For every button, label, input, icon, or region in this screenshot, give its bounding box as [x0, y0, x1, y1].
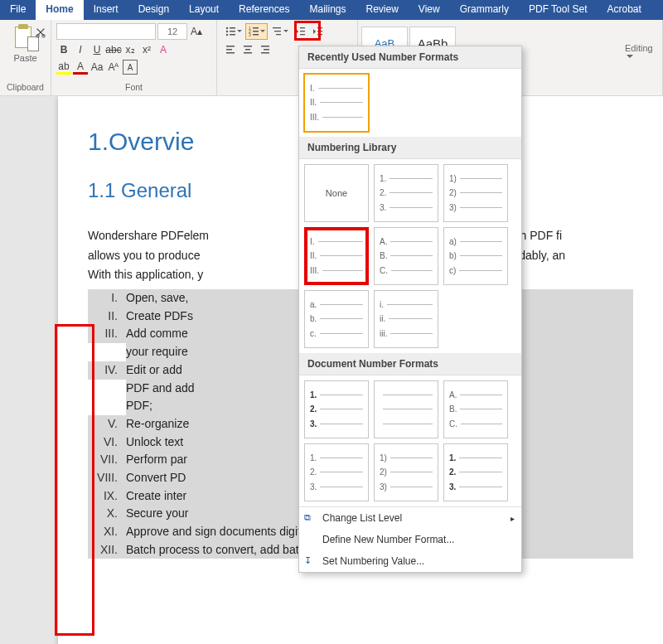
clipboard-label: Clipboard	[7, 82, 44, 92]
svg-rect-28	[244, 52, 252, 54]
svg-rect-27	[245, 49, 250, 51]
numfmt-abc-paren[interactable]: a)b)c)	[443, 227, 508, 285]
tab-acrobat[interactable]: Acrobat	[597, 0, 651, 20]
menu-change-list-level[interactable]: ⧉ Change List Level ▸	[299, 507, 521, 529]
dropdown-section-recent: Recently Used Number Formats	[299, 46, 521, 69]
tab-layout[interactable]: Layout	[179, 0, 229, 20]
multilevel-button[interactable]	[269, 23, 291, 40]
svg-rect-5	[230, 31, 235, 32]
svg-point-4	[226, 31, 228, 32]
numfmt-123paren[interactable]: 1)2)3)	[443, 164, 508, 222]
svg-rect-26	[244, 46, 252, 47]
subscript-icon[interactable]: x₂	[123, 42, 138, 57]
numfmt-doc-plain[interactable]	[374, 380, 438, 438]
strike-icon[interactable]: abc	[106, 42, 121, 57]
tab-view[interactable]: View	[409, 0, 450, 20]
svg-rect-15	[274, 31, 281, 31]
grow-font-icon[interactable]: A▴	[189, 24, 204, 39]
svg-rect-14	[273, 27, 281, 28]
menu-set-numbering-value[interactable]: ↧ Set Numbering Value...	[299, 550, 521, 572]
underline-icon[interactable]: U	[90, 42, 104, 57]
superscript-icon[interactable]: x²	[139, 42, 154, 57]
tab-home[interactable]: Home	[36, 0, 83, 20]
svg-rect-20	[317, 27, 322, 28]
svg-rect-16	[276, 34, 281, 35]
numfmt-abc-upper[interactable]: A.B.C.	[374, 227, 438, 285]
font-group: 12 A▴ B I U abc x₂ x² A ab A Aa Aᴬ A Fon…	[51, 20, 217, 95]
tab-design[interactable]: Design	[128, 0, 179, 20]
change-case-icon[interactable]: Aa	[90, 60, 104, 75]
numfmt-abc-dot[interactable]: a.b.c.	[304, 290, 369, 348]
small-caps-icon[interactable]: Aᴬ	[106, 60, 121, 75]
numfmt-doc-123dot[interactable]: 1.2.3.	[304, 443, 369, 501]
svg-point-6	[226, 34, 228, 36]
svg-rect-23	[226, 46, 235, 47]
editing-dropdown[interactable]: Editing	[625, 43, 657, 63]
svg-rect-9	[253, 27, 259, 29]
number-icon: ↧	[304, 555, 312, 566]
highlight-icon[interactable]: ab	[56, 60, 71, 75]
dropdown-section-library: Numbering Library	[299, 137, 521, 159]
menu-bar: File Home Insert Design Layout Reference…	[0, 0, 663, 20]
svg-rect-30	[264, 49, 269, 51]
numfmt-doc-bold123b[interactable]: 1.2.3.	[443, 443, 508, 501]
menu-define-new-format[interactable]: Define New Number Format...	[299, 529, 521, 550]
font-group-label: Font	[56, 82, 211, 92]
tab-pdf-tool-set[interactable]: PDF Tool Set	[519, 0, 597, 20]
numbering-dropdown: Recently Used Number Formats I.II.III. N…	[298, 46, 522, 573]
svg-rect-21	[317, 31, 322, 31]
tab-mailings[interactable]: Mailings	[299, 0, 356, 20]
tab-insert[interactable]: Insert	[84, 0, 128, 20]
svg-rect-3	[230, 27, 235, 29]
editing-group: Editing	[620, 20, 663, 95]
tab-grammarly[interactable]: Grammarly	[450, 0, 519, 20]
svg-rect-11	[253, 31, 259, 32]
align-right-icon[interactable]	[257, 41, 273, 58]
numbering-button[interactable]: 123	[245, 23, 268, 40]
tab-file[interactable]: File	[0, 0, 36, 20]
svg-rect-31	[261, 52, 269, 54]
svg-rect-25	[226, 52, 235, 54]
decrease-indent-icon[interactable]	[292, 23, 308, 40]
svg-rect-19	[300, 34, 305, 35]
numfmt-none[interactable]: None	[304, 164, 369, 222]
char-border-icon[interactable]: A	[123, 60, 138, 75]
indent-icon: ⧉	[304, 512, 311, 523]
numfmt-doc-123paren[interactable]: 1)2)3)	[374, 443, 438, 501]
chevron-right-icon: ▸	[511, 514, 515, 523]
font-name-combo[interactable]	[56, 23, 156, 40]
bold-icon[interactable]: B	[56, 42, 71, 57]
numfmt-roman-upper[interactable]: I.II.III.	[304, 227, 369, 285]
clipboard-group: Paste Clipboard	[0, 20, 51, 95]
svg-text:3: 3	[249, 32, 251, 37]
paste-button[interactable]: Paste	[12, 23, 39, 63]
cut-icon[interactable]	[35, 27, 46, 38]
clear-format-icon[interactable]: A	[156, 42, 171, 57]
italic-icon[interactable]: I	[73, 42, 88, 57]
svg-rect-13	[253, 34, 259, 36]
svg-rect-7	[230, 34, 235, 36]
numfmt-123dot[interactable]: 1.2.3.	[374, 164, 438, 222]
tab-references[interactable]: References	[229, 0, 299, 20]
svg-rect-22	[317, 34, 322, 35]
increase-indent-icon[interactable]	[309, 23, 326, 40]
svg-rect-18	[300, 31, 305, 31]
tab-review[interactable]: Review	[356, 0, 408, 20]
dropdown-section-document: Document Number Formats	[299, 353, 521, 375]
font-color-icon[interactable]: A	[73, 60, 88, 75]
svg-rect-24	[226, 49, 232, 51]
bullets-button[interactable]	[222, 23, 244, 40]
numfmt-doc-abc-upper[interactable]: A.B.C.	[443, 380, 508, 438]
align-center-icon[interactable]	[240, 41, 256, 58]
paste-label: Paste	[13, 53, 36, 63]
svg-rect-17	[300, 27, 305, 28]
svg-point-2	[226, 27, 228, 29]
font-size-combo[interactable]: 12	[157, 23, 187, 40]
align-left-icon[interactable]	[222, 41, 239, 58]
numfmt-doc-bold123[interactable]: 1.2.3.	[304, 380, 369, 438]
numfmt-roman-lower[interactable]: i.ii.iii.	[374, 290, 438, 348]
numfmt-recent-roman[interactable]: I.II.III.	[304, 74, 369, 132]
svg-rect-29	[261, 46, 269, 47]
